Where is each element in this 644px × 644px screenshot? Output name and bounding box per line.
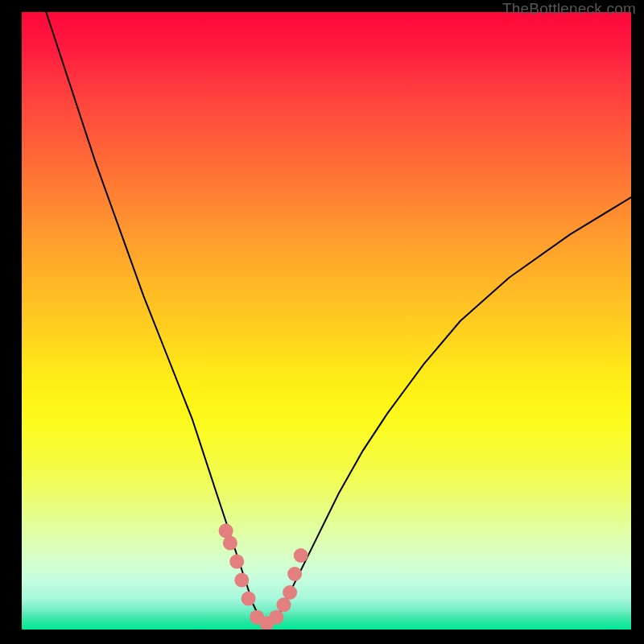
chart-stage: TheBottleneck.com	[0, 0, 644, 644]
highlight-marker	[234, 573, 249, 588]
highlight-marker	[229, 555, 244, 569]
highlight-marker	[277, 597, 291, 612]
highlight-marker	[223, 536, 237, 551]
plot-area	[22, 12, 631, 630]
watermark-text: TheBottleneck.com	[502, 0, 636, 18]
curve-path	[46, 12, 631, 623]
highlight-marker	[259, 616, 274, 630]
highlight-marker	[269, 610, 283, 625]
highlight-marker	[287, 567, 302, 581]
highlight-marker	[294, 548, 308, 563]
highlight-marker	[242, 592, 256, 606]
highlight-marker	[250, 610, 264, 625]
bottleneck-curve	[22, 12, 631, 630]
highlight-marker	[219, 523, 233, 538]
highlight-marker	[283, 585, 297, 600]
